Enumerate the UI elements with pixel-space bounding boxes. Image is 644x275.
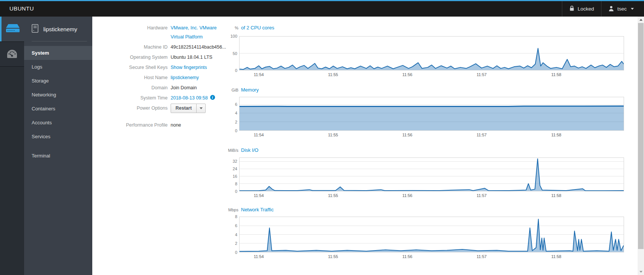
machine-id-label: Machine ID [92, 44, 168, 50]
sidebar: lipstickenemy SystemLogsStorageNetworkin… [24, 17, 92, 275]
performance-profile-label: Performance Profile [92, 122, 168, 128]
hardware-label: Hardware [92, 25, 168, 31]
network-xtick-label: 11:55 [325, 254, 341, 259]
memory-xtick-label: 11:58 [548, 133, 565, 137]
disk-chart-title: MiB/sDisk I/O [222, 147, 258, 153]
disk-ytick-label: 32 [222, 159, 237, 163]
memory-chart-plot[interactable] [239, 97, 624, 131]
performance-profile-value: none [171, 122, 181, 128]
dashboard-nav-button[interactable] [0, 41, 24, 67]
operating-system-label: Operating System [92, 54, 168, 61]
memory-xtick-label: 11:55 [325, 133, 341, 137]
locked-indicator[interactable]: Locked [562, 1, 601, 17]
cpu-xtick-label: 11:57 [473, 72, 490, 77]
disk-ytick-label: 24 [222, 167, 237, 171]
domain-label: Domain [92, 85, 168, 91]
network-xtick-label: 11:56 [399, 254, 416, 259]
disk-chart-link[interactable]: Disk I/O [241, 147, 258, 153]
user-name: tsec [617, 6, 627, 12]
network-chart-plot[interactable] [239, 217, 624, 252]
network-ytick-label: 4 [222, 232, 237, 237]
hardware-value-line[interactable]: Virtual Platform [171, 34, 217, 40]
info-icon[interactable]: i [210, 95, 215, 100]
cpu-xtick-label: 11:58 [548, 72, 565, 77]
sidebar-item-terminal[interactable]: Terminal [24, 149, 92, 163]
field-row-host-name: Host Namelipstickenemy [92, 75, 224, 81]
scrollbar-thumb[interactable] [638, 23, 644, 249]
sidebar-item-accounts[interactable]: Accounts [24, 116, 92, 130]
sidebar-item-logs[interactable]: Logs [24, 60, 92, 74]
disk-ytick-label: 0 [222, 189, 237, 194]
disk-xtick-label: 11:57 [473, 193, 490, 198]
field-row-secure-shell-keys: Secure Shell KeysShow fingerprints [92, 64, 224, 71]
secure-shell-keys-label: Secure Shell Keys [92, 64, 168, 71]
cpu-xtick-label: 11:54 [250, 72, 267, 77]
scrollbar-up-arrow-icon[interactable] [638, 17, 644, 23]
host-switcher-current[interactable] [0, 17, 24, 41]
user-icon [609, 6, 614, 12]
chevron-down-icon [631, 8, 634, 10]
network-ytick-label: 8 [222, 214, 237, 219]
sidebar-item-networking[interactable]: Networking [24, 88, 92, 102]
network-xtick-label: 11:54 [250, 254, 267, 259]
disk-xtick-label: 11:56 [399, 193, 416, 198]
disk-xtick-label: 11:58 [548, 193, 565, 198]
network-xtick-label: 11:58 [548, 254, 565, 259]
memory-ytick-label: 0 [222, 128, 237, 133]
brand-title: UBUNTU [9, 5, 34, 12]
cpu-chart-plot[interactable] [239, 36, 624, 70]
memory-ytick-label: 4 [222, 111, 237, 115]
operating-system-value: Ubuntu 18.04.1 LTS [171, 54, 212, 61]
field-row-domain: DomainJoin Domain [92, 85, 224, 91]
cpu-ytick-label: 100 [222, 34, 237, 38]
host-name-value[interactable]: lipstickenemy [171, 75, 199, 81]
masthead-accent-bar [0, 0, 644, 1]
locked-label: Locked [578, 6, 594, 12]
network-ytick-label: 6 [222, 223, 237, 228]
disk-ytick-label: 16 [222, 174, 237, 179]
restart-split-button[interactable]: Restart [171, 104, 206, 113]
sidebar-item-services[interactable]: Services [24, 130, 92, 144]
host-name-label: lipstickenemy [43, 26, 77, 32]
sidebar-item-system[interactable]: System [24, 46, 92, 60]
masthead: UBUNTU Locked tsec [0, 0, 644, 17]
memory-xtick-label: 11:56 [399, 133, 416, 137]
hardware-value-line[interactable]: VMware, Inc. VMware [171, 25, 217, 31]
cpu-ytick-label: 0 [222, 68, 237, 73]
network-chart-link[interactable]: Network Traffic [241, 207, 273, 212]
restart-dropdown-toggle[interactable] [196, 104, 205, 113]
field-row-power-options: Power OptionsRestart [92, 105, 224, 118]
charts-panel: %of 2 CPU cores10050011:5411:5511:5611:5… [222, 0, 640, 275]
restart-button[interactable]: Restart [171, 104, 196, 113]
memory-xtick-label: 11:57 [473, 133, 490, 137]
domain-value[interactable]: Join Domain [171, 85, 197, 91]
host-header: lipstickenemy [24, 17, 92, 41]
dashboard-gauge-icon [6, 48, 18, 60]
memory-chart-link[interactable]: Memory [241, 87, 259, 93]
disk-xtick-label: 11:54 [250, 193, 267, 198]
scrollbar-down-arrow-icon[interactable] [638, 269, 644, 275]
memory-unit-label: GiB [222, 88, 238, 92]
sidebar-item-storage[interactable]: Storage [24, 74, 92, 88]
host-name-label: Host Name [92, 75, 168, 81]
machine-id-value: 49c1822514114bacb456... [171, 44, 226, 50]
hardware-value[interactable]: VMware, Inc. VMwareVirtual Platform [171, 25, 217, 40]
memory-ytick-label: 6 [222, 102, 237, 107]
vertical-scrollbar[interactable] [638, 17, 644, 275]
sidebar-item-containers[interactable]: Containers [24, 102, 92, 116]
power-options-label: Power Options [92, 105, 168, 112]
disk-unit-label: MiB/s [222, 148, 238, 153]
network-unit-label: Mbps [222, 208, 238, 212]
system-time-value[interactable]: 2018-08-13 09:58 [171, 95, 208, 101]
cpu-xtick-label: 11:56 [399, 72, 416, 77]
user-menu[interactable]: tsec [601, 1, 641, 17]
cpu-unit-label: % [222, 26, 238, 30]
field-row-system-time: System Time2018-08-13 09:58i [92, 95, 224, 101]
cpu-ytick-label: 50 [222, 51, 237, 56]
network-ytick-label: 2 [222, 241, 237, 246]
disk-xtick-label: 11:55 [325, 193, 341, 198]
disk-chart-plot[interactable] [239, 157, 624, 191]
cpu-chart-link[interactable]: of 2 CPU cores [241, 25, 274, 31]
system-time-label: System Time [92, 95, 168, 101]
secure-shell-keys-value[interactable]: Show fingerprints [171, 64, 207, 71]
